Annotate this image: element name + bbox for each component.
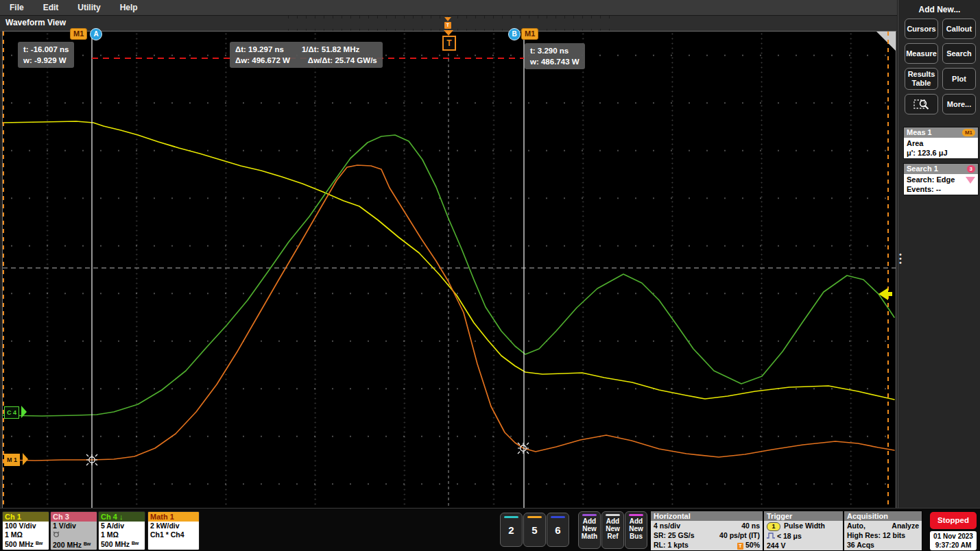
- cursor-delta-readout[interactable]: Δt: 19.297 ns 1/Δt: 51.82 MHz Δw: 496.67…: [230, 42, 383, 68]
- math1-zero-marker[interactable]: M 1: [4, 454, 20, 466]
- ch1-scale: 100 V/div: [5, 522, 47, 530]
- sidebar-drag-handle[interactable]: •••: [899, 252, 902, 265]
- source-color-stripe: [606, 514, 620, 516]
- trigger-title: Trigger: [764, 511, 843, 521]
- waveform-plot[interactable]: T M1 A B M1 t: -16.007 ns w: -9.929 W Δt…: [2, 31, 896, 509]
- trigger-panel[interactable]: Trigger 1Pulse Width < 18 μs 244 V: [763, 511, 844, 551]
- trigger-level-arrow-icon[interactable]: [879, 288, 888, 300]
- meas-1-source-badge: M1: [962, 129, 975, 136]
- source-color-stripe: [582, 514, 597, 516]
- trigger-position-icon: T: [737, 543, 743, 550]
- tab-waveform-view[interactable]: Waveform View: [5, 18, 66, 27]
- channel-color-stripe: [527, 516, 542, 518]
- acquisition-panel[interactable]: Acquisition Auto,Analyze High Res: 12 bi…: [844, 511, 922, 551]
- ch3-label: Ch 3: [53, 513, 69, 521]
- add-new-math-button[interactable]: Add New Math: [578, 511, 601, 549]
- channel-badge-ch3[interactable]: Ch 3 1 V/div 200 MHz ᴮʷ: [50, 511, 97, 550]
- channel-6-button[interactable]: 6: [547, 513, 569, 547]
- channel-5-button[interactable]: 5: [523, 513, 546, 547]
- ch4-zero-marker[interactable]: C 4: [4, 406, 19, 419]
- ch4-label: Ch 4: [101, 513, 117, 521]
- math1-expression: Ch1 * Ch4: [150, 530, 197, 539]
- menu-item-edit[interactable]: Edit: [34, 3, 69, 12]
- delta-w-per-t: Δw/Δt: 25.74 GW/s: [308, 55, 377, 66]
- menu-item-help[interactable]: Help: [110, 3, 147, 12]
- meas-1-value: μ': 123.6 μJ: [907, 148, 975, 158]
- run-stop-status[interactable]: Stopped: [930, 512, 977, 529]
- trace-ch1[interactable]: [3, 121, 894, 400]
- add-new-search-button[interactable]: Search: [942, 43, 976, 64]
- add-new-more--button[interactable]: More...: [942, 94, 976, 114]
- search-1-type: Search: Edge: [907, 175, 975, 184]
- horizontal-scale: 4 ns/div: [654, 521, 680, 530]
- ch4-trigger-arrow-icon: ↓: [119, 513, 123, 521]
- add-new-plot-button[interactable]: Plot: [942, 68, 976, 90]
- date-time-display: 01 Nov 2023 9:37:20 AM: [930, 531, 977, 550]
- minimap-trigger-flag[interactable]: T: [444, 22, 451, 29]
- horizontal-panel[interactable]: Horizontal 4 ns/div40 ns SR: 25 GS/s40 p…: [650, 511, 763, 551]
- results-sidebar: ••• Add New... CursorsCalloutMeasureSear…: [898, 0, 980, 508]
- acquisition-analyze: Analyze: [892, 521, 919, 530]
- record-right-edge: [887, 32, 889, 508]
- add-new-results-table-button[interactable]: Results Table: [905, 68, 938, 90]
- menu-item-file[interactable]: File: [0, 3, 34, 12]
- trigger-type: Pulse Width: [784, 522, 825, 530]
- search-mark-icon: [966, 177, 975, 184]
- channel-2-button[interactable]: 2: [500, 513, 523, 547]
- sample-rate: SR: 25 GS/s: [654, 530, 695, 540]
- minimap-trigger-arrow-icon[interactable]: [444, 17, 451, 21]
- add-new-callout-button[interactable]: Callout: [942, 19, 976, 39]
- cursor-a-badge[interactable]: A: [90, 28, 102, 40]
- trigger-level: 244 V: [767, 541, 840, 550]
- pulse-width-icon: [767, 532, 775, 540]
- acquisition-mode: Auto,: [847, 521, 865, 530]
- ch1-impedance: 1 MΩ: [5, 530, 47, 539]
- trigger-condition: < 18 μs: [777, 532, 802, 540]
- channel-badge-ch4[interactable]: Ch 4 ↓ 5 A/div 1 MΩ 500 MHz ᴮʷ: [98, 511, 145, 550]
- math1-zero-marker-arrow-icon: [23, 453, 28, 465]
- zoom-select-icon[interactable]: [905, 94, 938, 114]
- meas-1-panel[interactable]: Meas 1 M1 Area μ': 123.6 μJ: [903, 127, 979, 159]
- trigger-position-pct: 50%: [745, 541, 760, 549]
- math1-scale: 2 kW/div: [150, 522, 197, 530]
- acquisition-resolution: High Res: 12 bits: [847, 530, 919, 540]
- math1-label: Math 1: [150, 513, 174, 521]
- cursor-b-time: t: 3.290 ns: [530, 45, 579, 56]
- tab-bar: Waveform View T: [0, 15, 897, 32]
- settings-bar: Ch 1 100 V/div 1 MΩ 500 MHz ᴮʷ Ch 3 1 V/…: [0, 508, 980, 551]
- search-1-title: Search 1: [907, 164, 938, 174]
- add-new-ref-button[interactable]: Add New Ref: [601, 511, 624, 549]
- search-1-panel[interactable]: Search 1 3 Search: Edge Events: --: [903, 163, 979, 195]
- menu-item-utility[interactable]: Utility: [68, 3, 110, 12]
- add-new-button-grid: CursorsCalloutMeasureSearchResults Table…: [905, 19, 976, 114]
- horizontal-title: Horizontal: [651, 511, 763, 521]
- corner-peel-handle[interactable]: [876, 32, 896, 51]
- trigger-source-badge: 1: [767, 522, 780, 531]
- add-new-measure-button[interactable]: Measure: [905, 43, 938, 64]
- source-color-stripe: [629, 514, 643, 516]
- add-new-cursors-button[interactable]: Cursors: [905, 19, 938, 39]
- ch1-label: Ch 1: [5, 513, 21, 521]
- trigger-position-arrow-icon[interactable]: [444, 30, 453, 36]
- add-new-heading: Add New...: [898, 5, 980, 14]
- cursor-a-value: w: -9.929 W: [23, 55, 69, 66]
- cursor-a-time: t: -16.007 ns: [23, 44, 69, 55]
- menu-bar: FileEditUtilityHelp: [0, 0, 897, 15]
- ch4-scale: 5 A/div: [101, 522, 143, 530]
- horizontal-window: 40 ns: [741, 521, 760, 530]
- search-1-events: Events: --: [907, 184, 975, 194]
- cursor-b-value: w: 486.743 W: [530, 56, 579, 67]
- cursor-b-badge[interactable]: B: [508, 28, 521, 40]
- channel-badge-math1[interactable]: Math 1 2 kW/div Ch1 * Ch4: [147, 511, 200, 550]
- delta-w: Δw: 496.672 W: [235, 55, 290, 66]
- add-new-bus-button[interactable]: Add New Bus: [625, 511, 647, 549]
- cursor-a-m1-badge[interactable]: M1: [70, 28, 87, 40]
- date-label: 01 Nov 2023: [930, 532, 977, 541]
- cursor-b-readout[interactable]: t: 3.290 ns w: 486.743 W: [525, 43, 585, 69]
- cursor-a-readout[interactable]: t: -16.007 ns w: -9.929 W: [18, 42, 74, 68]
- cursor-b-m1-badge[interactable]: M1: [521, 28, 538, 40]
- meas-1-type: Area: [907, 138, 975, 148]
- waveform-canvas: [3, 32, 896, 508]
- channel-badge-ch1[interactable]: Ch 1 100 V/div 1 MΩ 500 MHz ᴮʷ: [2, 511, 49, 550]
- trigger-position-flag[interactable]: T: [442, 36, 456, 51]
